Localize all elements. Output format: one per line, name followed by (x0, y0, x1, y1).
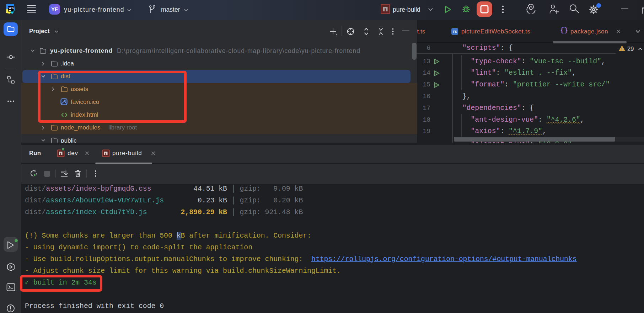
svg-text:WS: WS (9, 6, 14, 10)
